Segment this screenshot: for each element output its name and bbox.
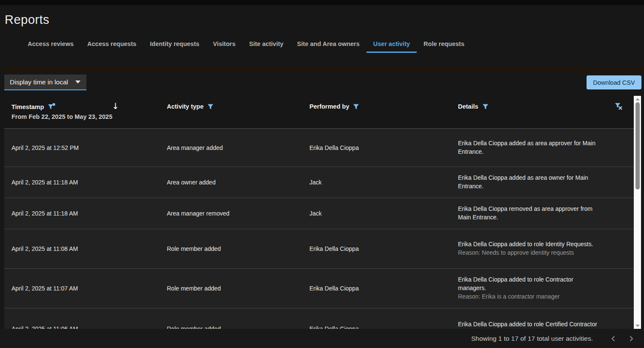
cell-timestamp: April 2, 2025 at 11:08 AM bbox=[4, 229, 160, 268]
cell-timestamp: April 2, 2025 at 12:52 PM bbox=[4, 129, 160, 167]
window-top-strip bbox=[0, 0, 644, 5]
timestamp-range: From Feb 22, 2025 to May 23, 2025 bbox=[11, 113, 160, 120]
tab-access-requests[interactable]: Access requests bbox=[80, 36, 143, 53]
table-row: April 2, 2025 at 11:18 AM Area manager r… bbox=[4, 198, 634, 229]
report-tabs: Access reviews Access requests Identity … bbox=[21, 36, 471, 53]
details-filter-icon[interactable] bbox=[482, 104, 489, 110]
table-row: April 2, 2025 at 11:18 AM Area owner add… bbox=[4, 167, 634, 198]
cell-details: Erika Della Cioppa added as area owner f… bbox=[451, 167, 634, 198]
performed-by-filter-icon[interactable] bbox=[353, 104, 359, 110]
table-row: April 2, 2025 at 11:08 AM Role member ad… bbox=[4, 229, 634, 269]
activity-type-filter-icon[interactable] bbox=[207, 104, 214, 110]
details-header-label: Details bbox=[458, 103, 478, 110]
chevron-right-icon bbox=[628, 335, 635, 342]
cell-performed-by: Erika Della Cioppa bbox=[302, 308, 451, 329]
next-page-button[interactable] bbox=[625, 333, 637, 345]
table-row: April 2, 2025 at 11:06 AM Role member ad… bbox=[4, 308, 634, 329]
cell-activity-type: Area manager added bbox=[160, 129, 302, 167]
scrollbar-down-arrow-icon[interactable] bbox=[634, 322, 641, 329]
column-performed-by: Performed by bbox=[302, 96, 451, 128]
cell-activity-type: Area owner added bbox=[160, 167, 302, 198]
clear-filters-icon[interactable] bbox=[615, 103, 624, 112]
page-title: Reports bbox=[5, 13, 49, 27]
tab-user-activity[interactable]: User activity bbox=[366, 36, 417, 53]
tab-site-and-area-owners[interactable]: Site and Area owners bbox=[290, 36, 366, 53]
pagination-summary: Showing 1 to 17 of 17 total user activit… bbox=[471, 335, 593, 342]
activity-type-header-label: Activity type bbox=[167, 103, 203, 110]
cell-details: Erika Della Cioppa added to role Identit… bbox=[451, 229, 634, 268]
cell-details: Erika Della Cioppa removed as area appro… bbox=[451, 198, 634, 229]
cell-activity-type: Role member added bbox=[160, 308, 302, 329]
cell-performed-by: Erika Della Cioppa bbox=[302, 129, 451, 167]
table-body: April 2, 2025 at 12:52 PM Area manager a… bbox=[4, 129, 634, 329]
cell-activity-type: Area manager removed bbox=[160, 198, 302, 229]
column-activity-type: Activity type bbox=[160, 96, 302, 128]
download-csv-label: Download CSV bbox=[593, 79, 635, 86]
column-details: Details bbox=[451, 96, 634, 128]
cell-timestamp: April 2, 2025 at 11:06 AM bbox=[4, 308, 160, 329]
table-row: April 2, 2025 at 12:52 PM Area manager a… bbox=[4, 129, 634, 167]
scrollbar-thumb[interactable] bbox=[635, 102, 640, 190]
tab-access-reviews[interactable]: Access reviews bbox=[21, 36, 80, 53]
cell-performed-by: Erika Della Cioppa bbox=[302, 229, 451, 268]
cell-performed-by: Jack bbox=[302, 167, 451, 198]
cell-activity-type: Role member added bbox=[160, 269, 302, 308]
accent-strip bbox=[4, 67, 644, 71]
cell-timestamp: April 2, 2025 at 11:07 AM bbox=[4, 269, 160, 308]
activity-table: Timestamp From Feb 22, 2025 to May 23, 2… bbox=[4, 96, 634, 329]
sort-descending-icon[interactable]: ↓ bbox=[112, 102, 119, 110]
timestamp-header-label: Timestamp bbox=[11, 104, 44, 110]
cell-details: Erika Della Cioppa added to role Contrac… bbox=[451, 269, 634, 308]
tab-identity-requests[interactable]: Identity requests bbox=[143, 36, 206, 53]
cell-timestamp: April 2, 2025 at 11:18 AM bbox=[4, 198, 160, 229]
timestamp-filter-icon[interactable] bbox=[48, 103, 56, 110]
cell-performed-by: Jack bbox=[302, 198, 451, 229]
display-time-dropdown[interactable]: Display time in local bbox=[4, 75, 86, 90]
chevron-left-icon bbox=[610, 335, 617, 342]
cell-details: Erika Della Cioppa added as area approve… bbox=[451, 129, 634, 167]
cell-details: Erika Della Cioppa added to role Certifi… bbox=[451, 308, 634, 329]
cell-performed-by: Erika Della Cioppa bbox=[302, 269, 451, 308]
download-csv-button[interactable]: Download CSV bbox=[587, 75, 641, 89]
scrollbar-up-arrow-icon[interactable] bbox=[634, 96, 641, 102]
table-header: Timestamp From Feb 22, 2025 to May 23, 2… bbox=[4, 96, 634, 129]
pagination-footer: Showing 1 to 17 of 17 total user activit… bbox=[0, 329, 644, 348]
tab-role-requests[interactable]: Role requests bbox=[417, 36, 471, 53]
tab-visitors[interactable]: Visitors bbox=[206, 36, 242, 53]
column-timestamp: Timestamp From Feb 22, 2025 to May 23, 2… bbox=[4, 96, 160, 128]
table-scrollbar[interactable] bbox=[634, 96, 641, 329]
performed-by-header-label: Performed by bbox=[309, 103, 349, 110]
display-time-label: Display time in local bbox=[10, 78, 68, 86]
chevron-down-icon bbox=[75, 81, 80, 83]
tab-site-activity[interactable]: Site activity bbox=[242, 36, 290, 53]
cell-activity-type: Role member added bbox=[160, 229, 302, 268]
previous-page-button[interactable] bbox=[607, 333, 619, 345]
cell-timestamp: April 2, 2025 at 11:18 AM bbox=[4, 167, 160, 198]
table-row: April 2, 2025 at 11:07 AM Role member ad… bbox=[4, 269, 634, 308]
